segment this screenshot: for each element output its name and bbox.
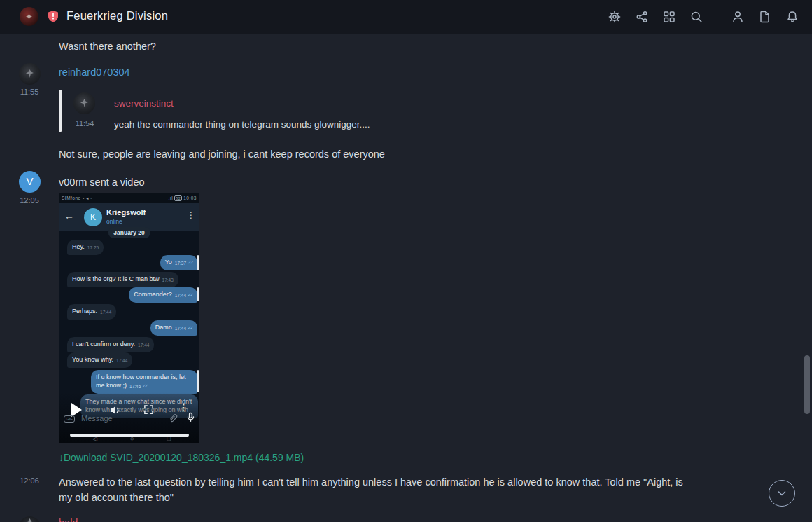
person-icon[interactable]	[728, 7, 748, 27]
username-reinhard070304[interactable]: reinhard070304	[59, 67, 130, 78]
telegram-scrollbar	[197, 287, 199, 301]
telegram-bubble: Commander?17:44✓✓	[129, 287, 197, 303]
read-ticks-icon: ✓✓	[188, 260, 192, 265]
telegram-bubble: How is the org? It is C man btw17:43	[67, 272, 178, 287]
message-text: Answered to the last question by telling…	[59, 474, 689, 505]
room-avatar[interactable]	[20, 7, 38, 26]
header-divider	[717, 10, 718, 24]
microphone-icon	[186, 412, 196, 425]
download-link[interactable]: ↓Download SVID_20200120_180326_1.mp4 (44…	[59, 452, 304, 463]
read-ticks-icon: ✓✓	[188, 292, 192, 297]
video-event-text: v00rm sent a video	[59, 174, 145, 190]
chevron-down-icon	[774, 486, 790, 501]
jump-to-bottom-button[interactable]	[769, 480, 795, 507]
message-timestamp: 11:55	[19, 88, 40, 96]
username-partial[interactable]: bald	[59, 517, 78, 522]
android-nav-bar: ◁ ○ □	[92, 435, 171, 442]
video-attachment[interactable]: SIMfone ▪ ◂ ▫ .ıl8210:03 ← K Kriegswolf …	[59, 193, 200, 443]
telegram-bubble: Hey.17:25	[67, 240, 104, 255]
settings-icon[interactable]	[605, 7, 624, 27]
scrollbar-thumb[interactable]	[804, 355, 810, 414]
widgets-icon[interactable]	[659, 7, 679, 27]
warning-shield-icon	[47, 10, 59, 23]
room-title: Feuerkrieg Division	[66, 9, 168, 22]
telegram-bubble: You know why.17:44	[67, 352, 132, 368]
telegram-contact-name: Kriegswolf	[106, 208, 146, 217]
notifications-icon[interactable]	[783, 7, 802, 27]
app-window: Feuerkrieg Division	[0, 0, 812, 522]
message-timestamp: 12:06	[19, 476, 40, 485]
telegram-bubble: If u know how commander is, let me know …	[91, 370, 197, 394]
telegram-contact-status: online	[106, 218, 122, 225]
avatar-v00rm[interactable]: V	[19, 171, 41, 193]
video-more-icon[interactable]: ⋮	[179, 402, 188, 413]
message-text: Not sure, people are leaving and joining…	[59, 146, 385, 162]
header-actions	[605, 0, 802, 34]
back-arrow-icon[interactable]: ←	[64, 210, 74, 221]
telegram-status-bar: SIMfone ▪ ◂ ▫ .ıl8210:03	[59, 193, 200, 203]
android-recents-icon: □	[167, 435, 171, 442]
file-icon[interactable]	[755, 7, 775, 27]
room-header: Feuerkrieg Division	[0, 0, 812, 34]
gif-icon[interactable]: GIF	[64, 415, 75, 423]
share-icon[interactable]	[632, 7, 652, 27]
telegram-bubble: Perhaps.17:44	[67, 304, 116, 320]
paperclip-icon	[168, 413, 178, 426]
play-icon[interactable]	[71, 403, 82, 417]
message-timestamp: 12:05	[19, 196, 40, 205]
battery-indicator: 82	[174, 195, 182, 201]
android-home-icon: ○	[130, 435, 134, 442]
telegram-menu-icon[interactable]: ⋮	[187, 210, 195, 220]
telegram-bubble: Damn17:44✓✓	[150, 320, 197, 336]
telegram-date-chip: January 20	[108, 227, 150, 238]
quote-bar	[59, 90, 62, 132]
quoted-message-text[interactable]: yeah the commander thing on telegram sou…	[114, 119, 370, 130]
read-ticks-icon: ✓✓	[188, 325, 192, 330]
avatar-partial[interactable]	[19, 516, 41, 522]
read-ticks-icon: ✓✓	[142, 383, 147, 388]
search-icon[interactable]	[687, 7, 706, 27]
quote-timestamp: 11:54	[74, 119, 95, 128]
telegram-bubble: Yo17:37✓✓	[160, 255, 197, 270]
telegram-message-input: Message	[81, 414, 113, 423]
telegram-contact-avatar[interactable]: K	[84, 208, 102, 226]
telegram-bubble: I can't confirm or deny.17:44	[67, 337, 154, 352]
telegram-scrollbar	[197, 255, 199, 270]
android-back-icon: ◁	[92, 435, 97, 442]
telegram-scrollbar	[197, 370, 199, 392]
fullscreen-icon[interactable]	[144, 404, 154, 418]
avatar-swerveinstinct[interactable]	[74, 92, 95, 114]
message-text: Wasnt there another?	[59, 39, 156, 54]
avatar-reinhard070304[interactable]	[19, 63, 41, 85]
username-swerveinstinct[interactable]: swerveinstinct	[114, 98, 174, 109]
